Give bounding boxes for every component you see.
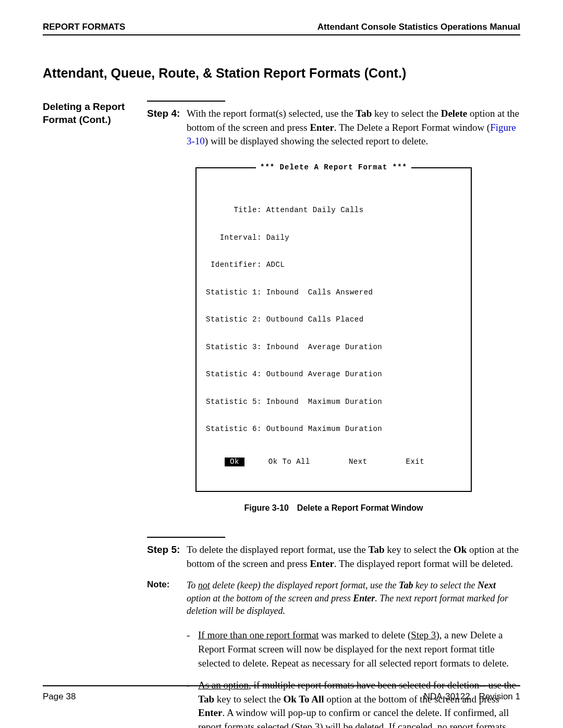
opt-delete: Delete (441, 108, 468, 119)
list-item-text: If more than one report format was marke… (198, 628, 520, 670)
key-tab: Tab (356, 108, 372, 119)
header-left: REPORT FORMATS (43, 22, 125, 32)
footer: Page 38 NDA-30122 Revision 1 (43, 685, 520, 702)
window-title: *** Delete A Report Format *** (256, 163, 411, 172)
key-enter: Enter (198, 707, 222, 718)
footer-page: Page 38 (43, 692, 76, 702)
window-row: Statistic 5: Inbound Maximum Duration (206, 398, 461, 407)
exit-button[interactable]: Exit (406, 458, 425, 467)
step5-row: Step 5: To delete the displayed report f… (147, 543, 520, 571)
next-button[interactable]: Next (349, 458, 368, 467)
footer-doc: NDA-30122 Revision 1 (424, 692, 520, 702)
note-label: Note: (147, 579, 187, 617)
bullet-list: - If more than one report format was mar… (147, 628, 520, 728)
sidebar-line2: Format (Cont.) (43, 114, 111, 125)
key-tab: Tab (399, 580, 413, 590)
window-row: Interval: Daily (206, 233, 461, 243)
window-actions: Ok Ok To All Next Exit (206, 458, 461, 467)
page: REPORT FORMATS Attendant Console Statist… (0, 0, 563, 728)
key-tab: Tab (368, 544, 384, 555)
window-row: Title: Attendant Daily Calls (206, 206, 461, 215)
key-enter: Enter (353, 593, 375, 603)
window-row: Identifier: ADCL (206, 261, 461, 270)
window-row: Statistic 6: Outbound Maximum Duration (206, 425, 461, 434)
figure-caption: Figure 3-10 Delete a Report Format Windo… (147, 503, 520, 513)
sidebar-line1: Deleting a Report (43, 101, 125, 112)
ok-button[interactable]: Ok (225, 458, 244, 467)
step4-label: Step 4: (147, 107, 187, 121)
not-underline: not (198, 580, 210, 590)
note-row: Note: To not delete (keep) the displayed… (147, 579, 520, 617)
step4-column: Step 4: With the report format(s) select… (147, 101, 520, 537)
window-row: Statistic 3: Inbound Average Duration (206, 343, 461, 352)
header-right: Attendant Console Statistics Operations … (317, 22, 520, 32)
step4-row: Step 4: With the report format(s) select… (147, 107, 520, 149)
step5-label: Step 5: (147, 543, 187, 557)
window-row: Statistic 1: Inbound Calls Answered (206, 288, 461, 298)
rule (147, 101, 225, 102)
opt-ok: Ok (454, 544, 467, 555)
section-step4: Deleting a Report Format (Cont.) Step 4:… (43, 101, 520, 537)
list-item: - If more than one report format was mar… (187, 628, 520, 670)
ok-to-all-button[interactable]: Ok To All (268, 458, 310, 467)
step4-body: With the report format(s) selected, use … (187, 107, 520, 149)
step5-body: To delete the displayed report format, u… (187, 543, 520, 571)
opt-next: Next (478, 580, 496, 590)
page-title: Attendant, Queue, Route, & Station Repor… (43, 66, 520, 81)
sidebar-heading: Deleting a Report Format (Cont.) (43, 101, 147, 126)
window-row: Statistic 4: Outbound Average Duration (206, 370, 461, 379)
key-enter: Enter (310, 558, 334, 569)
rule (147, 537, 225, 538)
note-body: To not delete (keep) the displayed repor… (187, 579, 520, 617)
dash-icon: - (187, 628, 198, 670)
delete-report-window: *** Delete A Report Format *** Title: At… (195, 167, 472, 492)
key-enter: Enter (310, 122, 334, 133)
window-row: Statistic 2: Outbound Calls Placed (206, 315, 461, 325)
running-header: REPORT FORMATS Attendant Console Statist… (43, 22, 520, 35)
